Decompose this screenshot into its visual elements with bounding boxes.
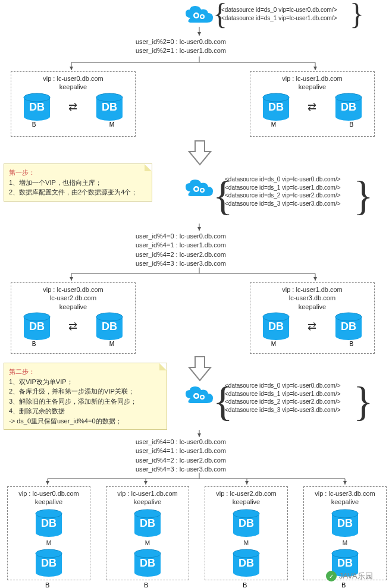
db-cluster-final: vip : lc-user3.db.comkeepalive M [303,486,387,580]
datasource-list-step2: <datasource id=ds_0 vip=lc-user0.db.com/… [225,382,341,414]
db-cluster: vip : lc-user0.db.comkeepalive ⇄ BM [11,71,136,137]
brace-icon: } [353,378,374,426]
brace-icon: } [350,0,364,31]
routing-rules: user_id%2=0 : lc-user0.db.comuser_id%2=1… [136,37,226,56]
datasource-list-top: <datasource id=ds_0 vip=lc-user0.db.com/… [221,6,337,22]
wechat-icon: ✓ [326,571,337,581]
role-label: B [243,581,247,588]
role-label: B [144,581,148,588]
db-cluster: vip : lc-user1.db.comkeepalive ⇄ MB [250,71,375,137]
step-note: 第一步： 1、增加一个VIP，也指向主库； 2、数据库配置文件，由2个数据源变为… [4,163,152,202]
architecture-diagram: { "top": { "ds": ["<datasource id=ds_0 v… [0,0,389,588]
step-arrow-icon [188,140,212,166]
db-cluster-final: vip : lc-user2.db.comkeepalive M [205,486,288,580]
routing-rules: user_id%4=0 : lc-user0.db.comuser_id%4=1… [136,438,226,474]
cloud-icon [184,5,214,26]
step-note: 第二步： 1、双VIP改为单VIP； 2、备库升级，并和第一步添加的VIP关联；… [4,363,167,430]
db-cluster: vip : lc-user1.db.comlc-user3.db.comkeep… [250,282,375,354]
watermark: ✓ JAVA乐园 [326,571,373,581]
step-arrow-icon [188,356,212,382]
role-label: B [341,581,346,588]
cloud-icon [184,385,214,406]
cloud-icon [184,178,214,199]
db-cluster-final: vip : lc-user1.db.comkeepalive M [106,486,189,580]
db-cluster-final: vip : lc-user0.db.comkeepalive M [7,486,90,580]
datasource-list-step1: <datasource id=ds_0 vip=lc-user0.db.com/… [225,175,341,207]
brace-icon: } [353,172,374,220]
routing-rules: user_id%4=0 : lc-user0.db.comuser_id%4=1… [136,232,226,269]
role-label: B [45,581,49,588]
db-cluster: vip : lc-user0.db.comlc-user2.db.comkeep… [11,282,136,354]
